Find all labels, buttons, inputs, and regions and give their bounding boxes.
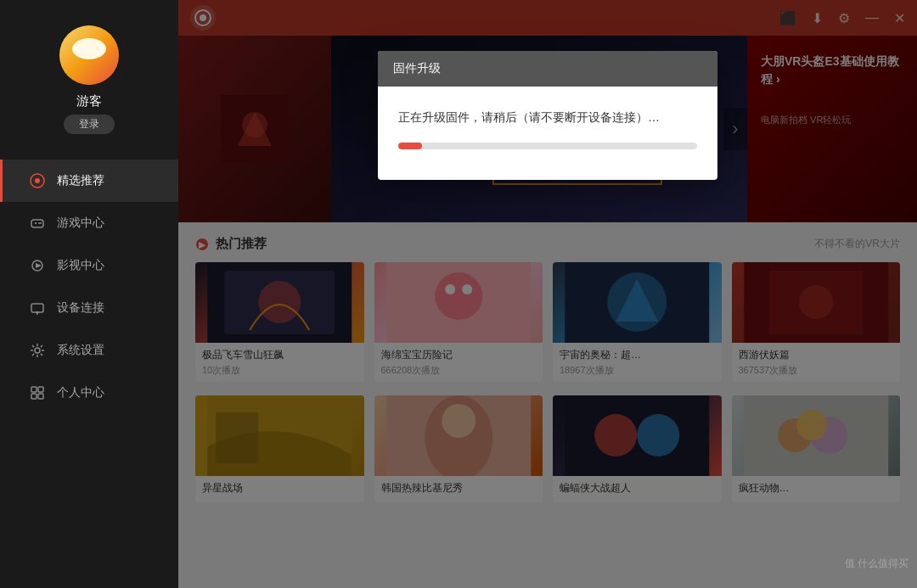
firmware-modal: 固件升级 正在升级固件，请稍后（请不要断开设备连接）… xyxy=(378,51,717,180)
svg-rect-14 xyxy=(31,394,37,399)
sidebar-item-featured-label: 精选推荐 xyxy=(57,173,104,188)
modal-message: 正在升级固件，请稍后（请不要断开设备连接）… xyxy=(398,110,697,126)
svg-point-5 xyxy=(38,222,40,224)
login-button[interactable]: 登录 xyxy=(64,115,115,134)
sidebar: 游客 登录 精选推荐 xyxy=(0,0,178,588)
modal-overlay: 固件升级 正在升级固件，请稍后（请不要断开设备连接）… xyxy=(178,0,917,588)
svg-point-11 xyxy=(35,348,40,353)
device-icon xyxy=(28,299,47,317)
gamepad-icon xyxy=(28,214,47,232)
sidebar-item-profile[interactable]: 个人中心 xyxy=(0,372,178,414)
svg-rect-8 xyxy=(31,304,43,312)
sidebar-item-featured[interactable]: 精选推荐 xyxy=(0,160,178,202)
avatar xyxy=(59,25,119,85)
sidebar-item-video[interactable]: 影视中心 xyxy=(0,244,178,287)
user-area: 游客 登录 xyxy=(59,0,119,151)
sidebar-item-profile-label: 个人中心 xyxy=(57,385,104,400)
sidebar-item-device-label: 设备连接 xyxy=(57,300,104,316)
svg-rect-15 xyxy=(38,394,43,399)
star-icon xyxy=(28,171,47,190)
sidebar-item-video-label: 影视中心 xyxy=(57,258,104,273)
modal-body: 正在升级固件，请稍后（请不要断开设备连接）… xyxy=(378,87,717,180)
sidebar-item-game[interactable]: 游戏中心 xyxy=(0,202,178,244)
svg-rect-12 xyxy=(31,387,37,392)
grid-icon xyxy=(28,384,47,402)
settings-icon xyxy=(28,341,47,360)
sidebar-nav: 精选推荐 游戏中心 影视中心 xyxy=(0,160,178,414)
sidebar-item-device[interactable]: 设备连接 xyxy=(0,287,178,329)
sidebar-item-settings[interactable]: 系统设置 xyxy=(0,329,178,372)
svg-rect-13 xyxy=(38,387,43,392)
camera-icon xyxy=(28,256,47,275)
modal-header: 固件升级 xyxy=(378,51,717,87)
svg-point-1 xyxy=(35,178,40,183)
watermark: 值 什么值得买 xyxy=(845,557,909,571)
main-area: ⬛ ⬇ ⚙ — ✕ ‹ 3D Deus Ex MANKIND DIVIDED™ … xyxy=(178,0,917,588)
progress-track xyxy=(398,143,697,149)
watermark-text: 值 什么值得买 xyxy=(845,557,909,569)
svg-rect-2 xyxy=(31,220,43,227)
sidebar-item-settings-label: 系统设置 xyxy=(57,343,104,358)
sidebar-item-game-label: 游戏中心 xyxy=(57,216,104,231)
svg-point-6 xyxy=(40,222,42,224)
progress-fill xyxy=(398,143,422,149)
username: 游客 xyxy=(76,93,102,109)
